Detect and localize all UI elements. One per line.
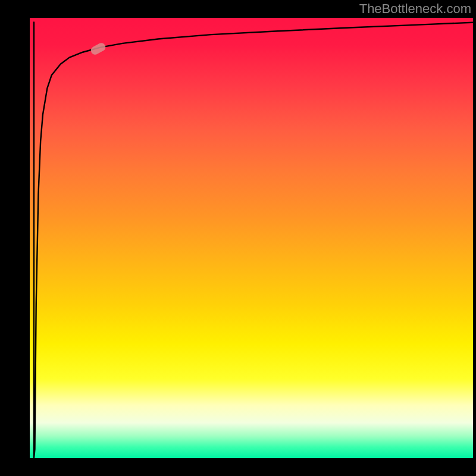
chart-plot-area [30, 18, 473, 458]
watermark-text: TheBottleneck.com [359, 1, 471, 17]
chart-curve [34, 22, 476, 458]
chart-curve-layer [30, 18, 473, 458]
